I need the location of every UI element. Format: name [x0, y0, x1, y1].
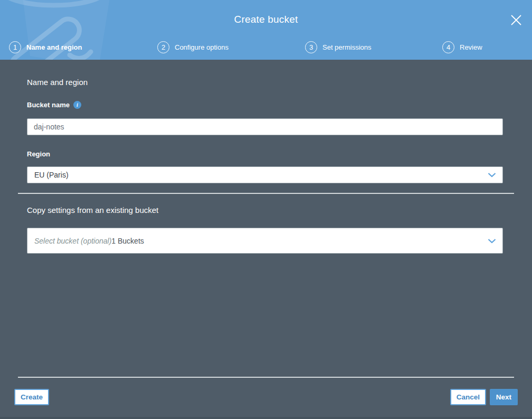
buckets-count: 1 Buckets	[111, 237, 144, 245]
region-label: Region	[27, 150, 50, 158]
cancel-button[interactable]: Cancel	[450, 389, 486, 405]
section-divider	[18, 193, 514, 194]
copy-bucket-select[interactable]: Select bucket (optional) 1 Buckets	[27, 228, 503, 254]
next-button[interactable]: Next	[490, 389, 518, 405]
modal-body: Name and region Bucket name i Region EU …	[0, 60, 532, 419]
chevron-down-icon	[488, 238, 496, 243]
chevron-down-icon	[488, 173, 496, 178]
modal-header: Create bucket 1 Name and region 2 Config…	[0, 0, 532, 60]
section-heading-name-region: Name and region	[27, 78, 88, 87]
bucket-name-label: Bucket name i	[27, 101, 81, 109]
region-select[interactable]: EU (Paris)	[27, 166, 503, 183]
bucket-name-label-text: Bucket name	[27, 101, 70, 109]
step-number: 2	[157, 41, 169, 53]
region-selected-value: EU (Paris)	[34, 171, 69, 179]
bucket-name-input[interactable]	[27, 118, 503, 135]
step-number: 3	[305, 41, 317, 53]
page-title: Create bucket	[0, 14, 532, 25]
step-configure-options[interactable]: 2 Configure options	[157, 41, 229, 53]
step-label: Name and region	[26, 43, 82, 51]
step-number: 1	[9, 41, 21, 53]
step-label: Configure options	[175, 43, 229, 51]
region-label-text: Region	[27, 150, 50, 158]
create-button[interactable]: Create	[14, 389, 49, 405]
step-name-and-region[interactable]: 1 Name and region	[9, 41, 82, 53]
step-label: Set permissions	[322, 43, 371, 51]
step-number: 4	[442, 41, 454, 53]
footer-divider	[18, 377, 514, 378]
step-review[interactable]: 4 Review	[442, 41, 482, 53]
copy-bucket-placeholder: Select bucket (optional)	[34, 237, 111, 245]
modal-bottom-edge	[0, 417, 532, 419]
section-heading-copy-settings: Copy settings from an existing bucket	[27, 206, 158, 215]
step-set-permissions[interactable]: 3 Set permissions	[305, 41, 371, 53]
info-icon[interactable]: i	[73, 101, 81, 109]
step-label: Review	[460, 43, 482, 51]
create-bucket-modal: Create bucket 1 Name and region 2 Config…	[0, 0, 532, 419]
close-icon[interactable]	[509, 13, 524, 27]
